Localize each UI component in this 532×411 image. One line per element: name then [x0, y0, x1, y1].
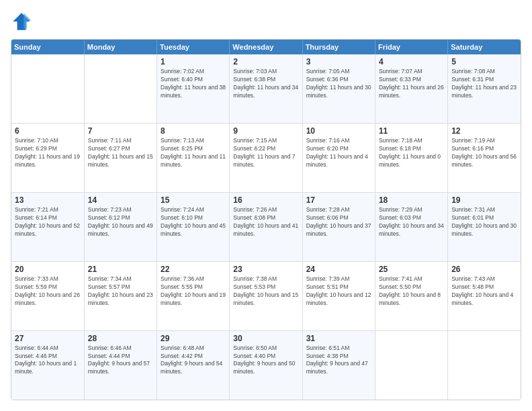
day-info: Sunrise: 7:02 AMSunset: 6:40 PMDaylight:… [161, 68, 226, 100]
calendar-cell: 8Sunrise: 7:13 AMSunset: 6:25 PMDaylight… [157, 124, 230, 193]
week-row-2: 6Sunrise: 7:10 AMSunset: 6:29 PMDaylight… [11, 124, 521, 193]
day-number: 10 [306, 126, 371, 136]
day-number: 14 [88, 195, 153, 205]
day-info: Sunrise: 7:38 AMSunset: 5:53 PMDaylight:… [233, 275, 298, 308]
calendar-cell: 31Sunrise: 6:51 AMSunset: 4:38 PMDayligh… [302, 330, 375, 400]
day-info: Sunrise: 7:34 AMSunset: 5:57 PMDaylight:… [88, 275, 153, 308]
svg-marker-0 [13, 13, 30, 30]
day-number: 19 [451, 195, 517, 205]
day-number: 17 [306, 195, 371, 205]
day-info: Sunrise: 6:48 AMSunset: 4:42 PMDaylight:… [161, 345, 226, 377]
calendar-cell: 16Sunrise: 7:26 AMSunset: 6:08 PMDayligh… [230, 193, 302, 262]
calendar-cell: 6Sunrise: 7:10 AMSunset: 6:29 PMDaylight… [11, 124, 84, 193]
day-number: 7 [88, 126, 153, 136]
calendar-cell: 11Sunrise: 7:18 AMSunset: 6:18 PMDayligh… [375, 124, 447, 193]
calendar-cell: 21Sunrise: 7:34 AMSunset: 5:57 PMDayligh… [84, 261, 157, 330]
day-info: Sunrise: 7:33 AMSunset: 5:59 PMDaylight:… [15, 275, 81, 308]
day-of-week-friday: Friday [375, 40, 447, 54]
day-info: Sunrise: 7:31 AMSunset: 6:01 PMDaylight:… [451, 206, 517, 238]
day-info: Sunrise: 7:36 AMSunset: 5:55 PMDaylight:… [161, 275, 226, 308]
day-number: 29 [161, 334, 226, 343]
day-info: Sunrise: 7:07 AMSunset: 6:33 PMDaylight:… [379, 68, 444, 100]
calendar-cell: 1Sunrise: 7:02 AMSunset: 6:40 PMDaylight… [157, 54, 230, 124]
calendar-cell: 30Sunrise: 6:50 AMSunset: 4:40 PMDayligh… [230, 330, 302, 400]
day-number: 22 [161, 265, 226, 274]
day-info: Sunrise: 7:19 AMSunset: 6:16 PMDaylight:… [451, 137, 517, 169]
calendar-cell [11, 54, 84, 124]
calendar-cell: 4Sunrise: 7:07 AMSunset: 6:33 PMDaylight… [375, 54, 447, 124]
calendar-cell: 24Sunrise: 7:39 AMSunset: 5:51 PMDayligh… [302, 261, 375, 330]
calendar-cell: 25Sunrise: 7:41 AMSunset: 5:50 PMDayligh… [375, 261, 447, 330]
day-number: 20 [15, 265, 81, 274]
calendar-cell: 5Sunrise: 7:08 AMSunset: 6:31 PMDaylight… [448, 54, 521, 124]
day-info: Sunrise: 6:44 AMSunset: 4:46 PMDaylight:… [15, 345, 81, 377]
day-of-week-tuesday: Tuesday [157, 40, 230, 54]
day-number: 6 [15, 126, 81, 136]
day-info: Sunrise: 7:24 AMSunset: 6:10 PMDaylight:… [161, 206, 226, 238]
calendar-cell: 7Sunrise: 7:11 AMSunset: 6:27 PMDaylight… [84, 124, 157, 193]
calendar-cell: 18Sunrise: 7:29 AMSunset: 6:03 PMDayligh… [375, 193, 447, 262]
day-info: Sunrise: 7:28 AMSunset: 6:06 PMDaylight:… [306, 206, 371, 238]
day-info: Sunrise: 7:08 AMSunset: 6:31 PMDaylight:… [451, 68, 517, 100]
calendar-cell: 23Sunrise: 7:38 AMSunset: 5:53 PMDayligh… [230, 261, 302, 330]
calendar-cell [375, 330, 447, 400]
day-of-week-sunday: Sunday [11, 40, 84, 54]
day-number: 28 [88, 334, 153, 343]
day-number: 2 [233, 57, 298, 66]
logo-icon [11, 11, 32, 32]
calendar-table: SundayMondayTuesdayWednesdayThursdayFrid… [11, 40, 521, 400]
day-number: 21 [88, 265, 153, 274]
day-number: 31 [306, 334, 371, 343]
day-number: 30 [233, 334, 298, 343]
calendar-cell: 20Sunrise: 7:33 AMSunset: 5:59 PMDayligh… [11, 261, 84, 330]
day-number: 16 [233, 195, 298, 205]
calendar-cell: 14Sunrise: 7:23 AMSunset: 6:12 PMDayligh… [84, 193, 157, 262]
logo [11, 11, 35, 32]
calendar-header-row: SundayMondayTuesdayWednesdayThursdayFrid… [11, 40, 521, 54]
week-row-5: 27Sunrise: 6:44 AMSunset: 4:46 PMDayligh… [11, 330, 521, 400]
week-row-3: 13Sunrise: 7:21 AMSunset: 6:14 PMDayligh… [11, 193, 521, 262]
day-info: Sunrise: 7:16 AMSunset: 6:20 PMDaylight:… [306, 137, 371, 169]
day-of-week-saturday: Saturday [448, 40, 521, 54]
week-row-4: 20Sunrise: 7:33 AMSunset: 5:59 PMDayligh… [11, 261, 521, 330]
calendar: SundayMondayTuesdayWednesdayThursdayFrid… [11, 39, 521, 400]
calendar-cell: 17Sunrise: 7:28 AMSunset: 6:06 PMDayligh… [302, 193, 375, 262]
day-number: 25 [379, 265, 444, 274]
calendar-cell: 15Sunrise: 7:24 AMSunset: 6:10 PMDayligh… [157, 193, 230, 262]
day-number: 18 [379, 195, 444, 205]
day-info: Sunrise: 7:18 AMSunset: 6:18 PMDaylight:… [379, 137, 444, 169]
day-of-week-monday: Monday [84, 40, 157, 54]
day-info: Sunrise: 7:10 AMSunset: 6:29 PMDaylight:… [15, 137, 81, 169]
day-info: Sunrise: 7:26 AMSunset: 6:08 PMDaylight:… [233, 206, 298, 238]
calendar-cell: 10Sunrise: 7:16 AMSunset: 6:20 PMDayligh… [302, 124, 375, 193]
day-number: 26 [451, 265, 517, 274]
day-number: 5 [451, 57, 517, 66]
calendar-cell: 13Sunrise: 7:21 AMSunset: 6:14 PMDayligh… [11, 193, 84, 262]
day-number: 11 [379, 126, 444, 136]
calendar-cell: 2Sunrise: 7:03 AMSunset: 6:38 PMDaylight… [230, 54, 302, 124]
day-number: 9 [233, 126, 298, 136]
calendar-cell: 12Sunrise: 7:19 AMSunset: 6:16 PMDayligh… [448, 124, 521, 193]
day-info: Sunrise: 7:13 AMSunset: 6:25 PMDaylight:… [161, 137, 226, 169]
calendar-cell: 22Sunrise: 7:36 AMSunset: 5:55 PMDayligh… [157, 261, 230, 330]
calendar-cell: 28Sunrise: 6:46 AMSunset: 4:44 PMDayligh… [84, 330, 157, 400]
day-number: 27 [15, 334, 81, 343]
calendar-cell: 27Sunrise: 6:44 AMSunset: 4:46 PMDayligh… [11, 330, 84, 400]
day-number: 8 [161, 126, 226, 136]
week-row-1: 1Sunrise: 7:02 AMSunset: 6:40 PMDaylight… [11, 54, 521, 124]
day-info: Sunrise: 7:43 AMSunset: 5:48 PMDaylight:… [451, 275, 517, 308]
day-number: 3 [306, 57, 371, 66]
calendar-cell: 26Sunrise: 7:43 AMSunset: 5:48 PMDayligh… [448, 261, 521, 330]
day-number: 23 [233, 265, 298, 274]
day-number: 1 [161, 57, 226, 66]
calendar-cell: 9Sunrise: 7:15 AMSunset: 6:22 PMDaylight… [230, 124, 302, 193]
calendar-cell: 29Sunrise: 6:48 AMSunset: 4:42 PMDayligh… [157, 330, 230, 400]
day-info: Sunrise: 7:03 AMSunset: 6:38 PMDaylight:… [233, 68, 298, 100]
day-number: 4 [379, 57, 444, 66]
day-info: Sunrise: 6:51 AMSunset: 4:38 PMDaylight:… [306, 345, 371, 377]
day-number: 13 [15, 195, 81, 205]
page: SundayMondayTuesdayWednesdayThursdayFrid… [0, 0, 532, 411]
day-of-week-thursday: Thursday [302, 40, 375, 54]
calendar-cell: 3Sunrise: 7:05 AMSunset: 6:36 PMDaylight… [302, 54, 375, 124]
calendar-cell [84, 54, 157, 124]
